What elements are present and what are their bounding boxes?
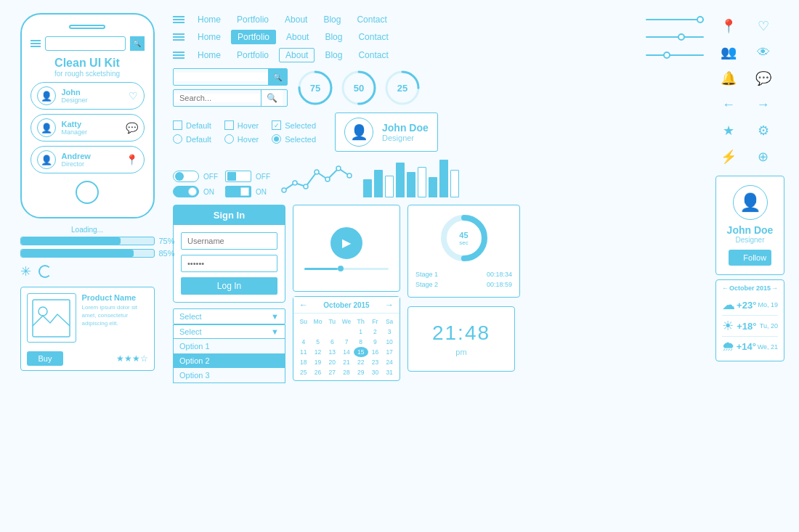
nav-link-portfolio-active[interactable]: Portfolio <box>231 30 276 44</box>
cal-day[interactable] <box>296 327 311 337</box>
checkbox-hover-box[interactable] <box>224 120 234 130</box>
cal-day[interactable]: 2 <box>368 327 383 337</box>
cal-day[interactable]: 17 <box>382 347 397 357</box>
dropdown-option-3[interactable]: Option 3 <box>174 368 285 382</box>
nav-slider-1[interactable] <box>646 19 704 20</box>
chat-icon[interactable]: 💬 <box>753 68 774 89</box>
checkbox-hover[interactable]: Hover <box>224 120 259 130</box>
cal-day[interactable]: 28 <box>339 367 354 377</box>
cal-day[interactable]: 7 <box>339 337 354 347</box>
cal-day[interactable]: 30 <box>368 367 383 377</box>
nav-link-blog[interactable]: Blog <box>319 30 348 44</box>
dropdown-option-2[interactable]: Option 2 <box>174 353 285 368</box>
pin-icon[interactable]: 📍 <box>126 154 138 165</box>
calendar-next[interactable]: → <box>385 300 394 310</box>
toggle-on-2[interactable]: ON <box>225 186 270 197</box>
nav-link-about[interactable]: About <box>279 13 313 26</box>
chat-icon[interactable]: 💬 <box>126 122 138 134</box>
dropdown-item-select[interactable]: Select ▼ <box>173 324 285 339</box>
toggle-switch-on-2[interactable] <box>225 186 251 197</box>
hamburger-icon[interactable] <box>173 52 184 59</box>
radio-default-circle[interactable] <box>173 134 182 144</box>
toggle-off-1[interactable]: OFF <box>173 171 218 182</box>
nav-slider-3[interactable] <box>646 54 704 56</box>
cal-day[interactable]: 1 <box>354 327 368 337</box>
radio-selected[interactable]: Selected <box>272 134 316 144</box>
nav-link-contact[interactable]: Contact <box>352 49 394 62</box>
toggle-off-2[interactable]: OFF <box>225 171 270 182</box>
arrow-right-icon[interactable]: → <box>753 94 774 115</box>
heart-icon[interactable]: ♡ <box>129 90 138 102</box>
cal-day[interactable]: 6 <box>325 337 339 347</box>
nav-slider-2[interactable] <box>646 36 704 38</box>
users-icon[interactable]: 👥 <box>718 42 739 62</box>
search-input-1[interactable] <box>174 73 268 81</box>
radio-default[interactable]: Default <box>173 134 211 144</box>
nav-link-portfolio[interactable]: Portfolio <box>231 49 275 62</box>
search-button-2[interactable]: 🔍 <box>261 90 283 106</box>
location-icon[interactable]: 📍 <box>718 16 739 36</box>
dropdown-option-1[interactable]: Option 1 <box>174 339 285 353</box>
bell-icon[interactable]: 🔔 <box>718 68 739 89</box>
weather-prev[interactable]: ← <box>722 285 729 292</box>
hamburger-icon[interactable] <box>173 33 184 41</box>
follow-button[interactable]: Follow <box>729 250 771 266</box>
list-item[interactable]: 👤 Andrew Director 📍 <box>31 146 145 173</box>
cal-day-today[interactable]: 15 <box>354 347 368 357</box>
checkbox-selected[interactable]: Selected <box>272 120 316 130</box>
nav-link-about-outline[interactable]: About <box>279 48 315 62</box>
nav-link-home[interactable]: Home <box>192 30 227 44</box>
cal-day[interactable] <box>325 327 339 337</box>
cal-day[interactable]: 16 <box>368 347 383 357</box>
cal-day[interactable]: 23 <box>368 357 383 367</box>
cal-day[interactable]: 8 <box>354 337 368 347</box>
list-item[interactable]: 👤 Katty Manager 💬 <box>31 114 145 142</box>
phone-search-button[interactable]: 🔍 <box>130 36 145 51</box>
hamburger-icon[interactable] <box>31 40 41 47</box>
cal-day[interactable]: 9 <box>368 337 383 347</box>
phone-home-button[interactable] <box>76 181 99 204</box>
gear-icon[interactable]: ⚙ <box>753 120 774 141</box>
search-box-1[interactable]: 🔍 <box>173 68 288 86</box>
cal-day[interactable]: 4 <box>296 337 311 347</box>
cal-day[interactable]: 24 <box>382 357 397 367</box>
phone-search-bar[interactable] <box>45 36 126 51</box>
cal-day[interactable]: 19 <box>311 357 325 367</box>
arrow-left-icon[interactable]: ← <box>718 94 739 115</box>
login-button[interactable]: Log In <box>181 277 277 295</box>
star-icon[interactable]: ★ <box>718 120 739 141</box>
cal-day[interactable]: 20 <box>325 357 339 367</box>
toggle-switch-off-2[interactable] <box>225 171 251 182</box>
cal-day[interactable]: 27 <box>325 367 339 377</box>
username-input[interactable] <box>181 232 277 250</box>
cal-day[interactable]: 26 <box>311 367 325 377</box>
heart-icon[interactable]: ♡ <box>753 16 774 36</box>
calendar-prev[interactable]: ← <box>299 300 308 310</box>
cal-day[interactable]: 25 <box>296 367 311 377</box>
cal-day[interactable]: 5 <box>311 337 325 347</box>
cal-day[interactable] <box>311 327 325 337</box>
video-progress-bar[interactable] <box>304 268 389 270</box>
cal-day[interactable]: 14 <box>339 347 354 357</box>
checkbox-default-box[interactable] <box>173 120 182 130</box>
toggle-switch-on-1[interactable] <box>173 186 199 197</box>
radio-hover-circle[interactable] <box>224 134 234 144</box>
plus-icon[interactable]: ⊕ <box>753 147 774 167</box>
password-input[interactable] <box>181 255 277 272</box>
cal-day[interactable]: 21 <box>339 357 354 367</box>
search-button-1[interactable]: 🔍 <box>268 69 287 85</box>
toggle-switch-off-1[interactable] <box>173 171 199 182</box>
cal-day[interactable] <box>339 327 354 337</box>
nav-link-about[interactable]: About <box>280 30 315 44</box>
nav-link-blog[interactable]: Blog <box>319 49 348 62</box>
toggle-on-1[interactable]: ON <box>173 186 218 197</box>
cal-day[interactable]: 12 <box>311 347 325 357</box>
play-button[interactable]: ▶ <box>330 227 362 259</box>
search-box-2[interactable]: 🔍 <box>173 89 288 107</box>
list-item[interactable]: 👤 John Designer ♡ <box>31 82 145 110</box>
buy-button[interactable]: Buy <box>27 351 64 366</box>
weather-next[interactable]: → <box>771 285 778 292</box>
cal-day[interactable]: 29 <box>354 367 368 377</box>
cal-day[interactable]: 13 <box>325 347 339 357</box>
nav-link-contact[interactable]: Contact <box>352 30 394 44</box>
